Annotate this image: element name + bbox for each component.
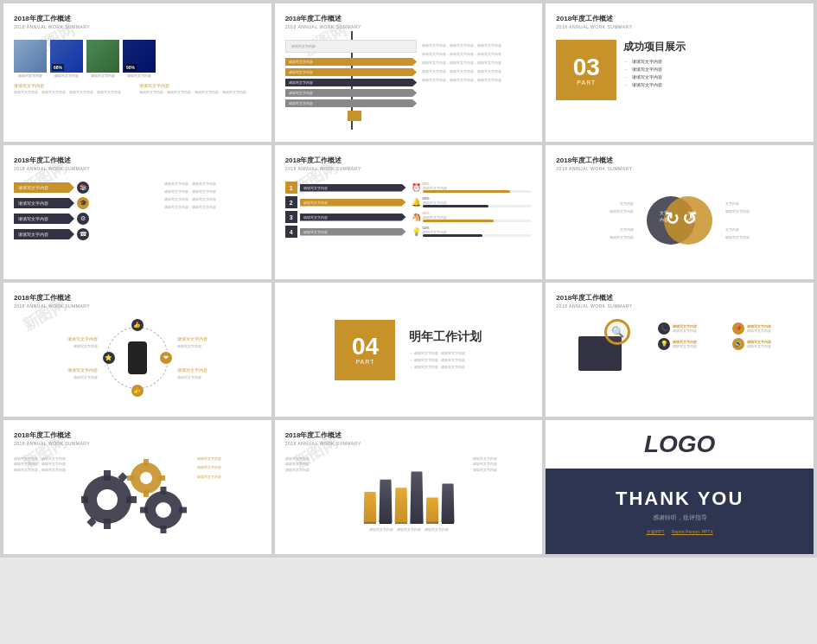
slide-5: 新图网 2018年度工作概述 2018 ANNUAL WORK SUMMARY … <box>275 145 543 279</box>
ty-logo: LOGO <box>644 430 715 458</box>
slide-11: 新图网 2018年度工作概述 2018 ANNUAL WORK SUMMARY … <box>275 420 543 554</box>
part-badge-3: 03 PART <box>556 40 616 100</box>
slide-4-title: 2018年度工作概述 <box>14 156 261 165</box>
slide-10-title: 2018年度工作概述 <box>14 430 261 440</box>
svg-rect-12 <box>126 496 137 503</box>
slide-1-title: 2018年度工作概述 <box>14 14 261 23</box>
svg-text:文字: 文字 <box>687 210 696 215</box>
ty-bottom-area: THANK YOU 感谢聆听，批评指导 文案/PPT Report Person… <box>546 469 814 554</box>
slide-6-subtitle: 2018 ANNUAL WORK SUMMARY <box>556 166 803 171</box>
svg-rect-20 <box>158 475 165 481</box>
icon-2: 📌 <box>732 322 744 335</box>
slide-4-subtitle: 2018 ANNUAL WORK SUMMARY <box>14 166 261 171</box>
svg-text:⚙: ⚙ <box>161 509 165 514</box>
slide-1-images: 请填写文字内容 68% 请填写文字内容 请填写文字内容 90% 请填写文字内容 <box>14 40 261 78</box>
part-text-8: PART <box>355 359 374 365</box>
img-3-label: 请填写文字内容 <box>86 73 119 78</box>
slide-9-icon-grid: 📞 请填写文字内容 请填写文字内容 📌 请填写文字内容 请填写文字内容 <box>658 322 803 350</box>
desc-1-title: 请填写文字内容 <box>14 83 136 88</box>
slide-8-bullet-3: → 请填写文字内容 请填写文字内容 <box>409 364 482 371</box>
slide-6: 2018年度工作概述 2018 ANNUAL WORK SUMMARY 文字内容… <box>546 145 814 279</box>
slide-8-bullet-2: → 请填写文字内容 请填写文字内容 <box>409 357 482 364</box>
slide-2-subtitle: 2018 ANNUAL WORK SUMMARY <box>285 24 533 29</box>
img-1-label: 请填写文字内容 <box>14 73 47 78</box>
svg-text:⚙: ⚙ <box>144 477 148 482</box>
svg-rect-13 <box>81 496 88 503</box>
slide-10-subtitle: 2018 ANNUAL WORK SUMMARY <box>14 441 261 446</box>
bullet-1: → 请填写文字内容 <box>623 58 686 66</box>
img-2-label: 请填写文字内容 <box>50 73 83 78</box>
slide-6-title: 2018年度工作概述 <box>556 156 803 165</box>
icon-3: 💡 <box>658 338 670 350</box>
svg-rect-10 <box>104 470 111 481</box>
slides-grid: 新图网 2018年度工作概述 2018 ANNUAL WORK SUMMARY … <box>0 0 817 558</box>
slide-1-descs: 请填写文字内容 请填写文字内容，请填写文字内容，请填写文字内容，请填写文字内容 … <box>14 83 261 94</box>
slide-7-subtitle: 2018 ANNUAL WORK SUMMARY <box>14 303 261 309</box>
svg-rect-25 <box>160 526 166 533</box>
slide-3: 2018年度工作概述 2018 ANNUAL WORK SUMMARY 03 P… <box>546 3 814 142</box>
slide-11-title: 2018年度工作概述 <box>285 430 533 440</box>
bullet-2: → 请填写文字内容 <box>623 66 686 73</box>
slide-1-subtitle: 2018 ANNUAL WORK SUMMARY <box>14 24 261 29</box>
svg-rect-19 <box>144 490 149 497</box>
ty-link-2[interactable]: Report Person: PPTX <box>672 529 713 534</box>
slide-3-content: 03 PART 成功项目展示 → 请填写文字内容 → 请填写文字内容 → 请填写… <box>556 40 803 100</box>
slide-3-subtitle: 2018 ANNUAL WORK SUMMARY <box>556 24 803 29</box>
slide-9: 2018年度工作概述 2018 ANNUAL WORK SUMMARY 🔍 📞 <box>546 283 814 417</box>
ty-main-text: THANK YOU <box>616 488 744 510</box>
slide-7: 新图网 2018年度工作概述 2018 ANNUAL WORK SUMMARY … <box>3 283 271 417</box>
svg-rect-21 <box>127 475 134 481</box>
slide-5-title: 2018年度工作概述 <box>285 156 533 165</box>
part-text-3: PART <box>577 80 596 86</box>
gears-svg: ⚙ ⚙ ⚙ <box>81 456 194 534</box>
desc-1-text: 请填写文字内容，请填写文字内容，请填写文字内容，请填写文字内容 <box>14 90 136 94</box>
slide-5-subtitle: 2018 ANNUAL WORK SUMMARY <box>285 166 533 171</box>
slide-11-subtitle: 2018 ANNUAL WORK SUMMARY <box>285 441 533 446</box>
svg-rect-18 <box>144 459 149 466</box>
icon-item-1: 📞 请填写文字内容 请填写文字内容 <box>658 322 729 335</box>
svg-rect-24 <box>160 487 166 494</box>
slide-1: 新图网 2018年度工作概述 2018 ANNUAL WORK SUMMARY … <box>3 3 271 142</box>
bullet-list-3: → 请填写文字内容 → 请填写文字内容 → 请填写文字内容 → 请填写文字内容 <box>623 58 686 89</box>
desc-2-title: 请填写文字内容 <box>139 83 261 88</box>
project-title: 成功项目展示 <box>623 40 686 54</box>
slide-2-title: 2018年度工作概述 <box>285 14 533 23</box>
svg-rect-27 <box>140 507 148 513</box>
icon-1: 📞 <box>658 322 670 335</box>
ty-links-area: 文案/PPT Report Person: PPTX <box>647 529 713 534</box>
slide-3-right: 成功项目展示 → 请填写文字内容 → 请填写文字内容 → 请填写文字内容 → 请… <box>623 40 686 89</box>
slide-9-subtitle: 2018 ANNUAL WORK SUMMARY <box>556 303 803 309</box>
svg-text:⚙: ⚙ <box>105 498 110 504</box>
icon-item-3: 💡 请填写文字内容 请填写文字内容 <box>658 338 729 350</box>
slide-8-right: 明年工作计划 → 请填写文字内容 请填写文字内容 → 请填写文字内容 请填写文字… <box>409 329 482 371</box>
slide-thankyou: LOGO THANK YOU 感谢聆听，批评指导 文案/PPT Report P… <box>546 420 814 554</box>
img-percent: 68% <box>50 40 83 73</box>
circle-arrows-svg: ↻ ↺ 文字 内容 文字 内容 <box>641 182 718 259</box>
svg-text:内容: 内容 <box>687 217 696 222</box>
icon-item-2: 📌 请填写文字内容 请填写文字内容 <box>732 322 803 335</box>
slide-4: 新图网 2018年度工作概述 2018 ANNUAL WORK SUMMARY … <box>3 145 271 279</box>
part-number-3: 03 <box>573 55 600 80</box>
svg-text:文字: 文字 <box>660 210 668 215</box>
slide-10: 新图网 2018年度工作概述 2018 ANNUAL WORK SUMMARY … <box>3 420 271 554</box>
bullet-4: → 请填写文字内容 <box>623 81 686 89</box>
slide-8: 04 PART 明年工作计划 → 请填写文字内容 请填写文字内容 → 请填写文字… <box>275 283 543 417</box>
svg-rect-26 <box>179 507 187 513</box>
part-badge-8: 04 PART <box>335 320 395 380</box>
slide-7-title: 2018年度工作概述 <box>14 293 261 303</box>
icon-item-4: 🔊 请填写文字内容 请填写文字内容 <box>732 338 803 350</box>
ty-logo-area: LOGO <box>546 420 814 469</box>
svg-text:内容: 内容 <box>660 217 668 222</box>
icon-4: 🔊 <box>732 338 744 350</box>
ty-link-1[interactable]: 文案/PPT <box>647 529 665 534</box>
slide-8-section-title: 明年工作计划 <box>409 329 482 345</box>
bullet-3: → 请填写文字内容 <box>623 73 686 81</box>
slide-2: 新图网 2018年度工作概述 2018 ANNUAL WORK SUMMARY … <box>275 3 543 142</box>
img-4-label: 请填写文字内容 <box>123 73 156 78</box>
desc-2-text: 请填写文字内容，请填写文字内容，请填写文字内容，请填写文字内容 <box>139 90 261 94</box>
ty-sub-text: 感谢聆听，批评指导 <box>653 513 707 522</box>
percent-badge-2: 90% <box>124 64 137 71</box>
part-number-8: 04 <box>352 335 379 359</box>
img-globe <box>86 40 119 73</box>
percent-badge-1: 68% <box>52 64 64 71</box>
